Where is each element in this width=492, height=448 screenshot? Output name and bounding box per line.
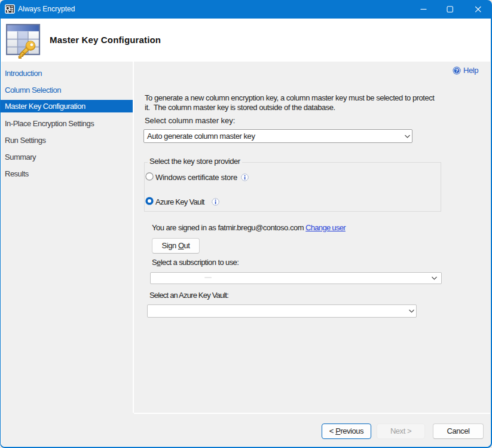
svg-text:?: ? [455, 68, 459, 74]
